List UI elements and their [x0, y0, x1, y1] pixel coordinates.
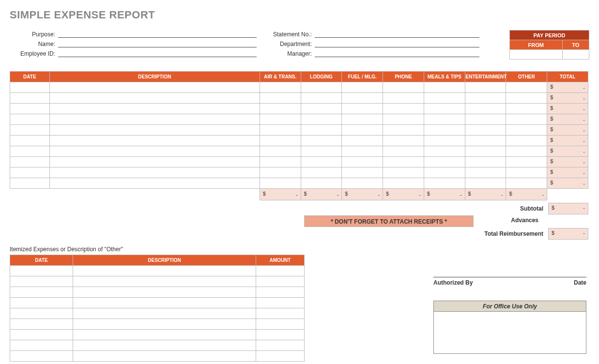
- itemized-cell[interactable]: [10, 319, 73, 330]
- expense-cell[interactable]: [10, 82, 50, 93]
- expense-cell[interactable]: [260, 104, 301, 114]
- expense-cell[interactable]: [301, 82, 342, 93]
- expense-cell[interactable]: [383, 167, 424, 178]
- expense-cell[interactable]: [10, 136, 50, 146]
- manager-input-line[interactable]: [315, 49, 479, 57]
- itemized-cell[interactable]: [10, 298, 73, 308]
- expense-cell[interactable]: [301, 125, 342, 136]
- itemized-cell[interactable]: [10, 308, 73, 319]
- itemized-cell[interactable]: [256, 308, 305, 319]
- expense-cell[interactable]: [465, 136, 506, 146]
- expense-cell[interactable]: [260, 125, 301, 136]
- expense-cell[interactable]: [10, 157, 50, 167]
- itemized-cell[interactable]: [73, 276, 256, 287]
- expense-cell[interactable]: [465, 104, 506, 114]
- expense-cell[interactable]: [342, 114, 383, 125]
- itemized-cell[interactable]: [256, 298, 305, 308]
- expense-cell[interactable]: [49, 178, 260, 189]
- itemized-cell[interactable]: [10, 287, 73, 298]
- expense-cell[interactable]: [49, 82, 260, 93]
- expense-cell[interactable]: [301, 104, 342, 114]
- pay-period-to-value[interactable]: [562, 50, 589, 60]
- expense-cell[interactable]: [10, 93, 50, 104]
- itemized-cell[interactable]: [73, 340, 256, 351]
- expense-cell[interactable]: [383, 125, 424, 136]
- expense-cell[interactable]: [383, 157, 424, 167]
- expense-cell[interactable]: [342, 136, 383, 146]
- expense-cell[interactable]: [10, 146, 50, 157]
- itemized-cell[interactable]: [256, 319, 305, 330]
- expense-cell[interactable]: [506, 93, 547, 104]
- expense-cell[interactable]: [506, 125, 547, 136]
- expense-cell[interactable]: [49, 146, 260, 157]
- expense-cell[interactable]: [260, 82, 301, 93]
- itemized-cell[interactable]: [73, 330, 256, 340]
- expense-cell[interactable]: [424, 114, 465, 125]
- expense-cell[interactable]: [10, 104, 50, 114]
- expense-cell[interactable]: [465, 146, 506, 157]
- expense-cell[interactable]: [506, 114, 547, 125]
- expense-cell[interactable]: [506, 157, 547, 167]
- expense-cell[interactable]: [424, 93, 465, 104]
- statement-no-input-line[interactable]: [315, 30, 479, 38]
- expense-cell[interactable]: [506, 167, 547, 178]
- expense-cell[interactable]: [424, 167, 465, 178]
- purpose-input-line[interactable]: [58, 30, 257, 38]
- expense-cell[interactable]: [342, 178, 383, 189]
- itemized-cell[interactable]: [256, 340, 305, 351]
- expense-cell[interactable]: [506, 82, 547, 93]
- expense-cell[interactable]: [10, 167, 50, 178]
- expense-cell[interactable]: [260, 178, 301, 189]
- expense-cell[interactable]: [49, 104, 260, 114]
- itemized-cell[interactable]: [256, 330, 305, 340]
- expense-cell[interactable]: [301, 114, 342, 125]
- itemized-cell[interactable]: [256, 351, 305, 362]
- expense-cell[interactable]: [260, 114, 301, 125]
- expense-cell[interactable]: [424, 125, 465, 136]
- expense-cell[interactable]: [383, 93, 424, 104]
- expense-cell[interactable]: [342, 104, 383, 114]
- expense-cell[interactable]: [260, 146, 301, 157]
- expense-cell[interactable]: [10, 125, 50, 136]
- expense-cell[interactable]: [301, 93, 342, 104]
- expense-cell[interactable]: [424, 178, 465, 189]
- expense-cell[interactable]: [342, 82, 383, 93]
- expense-cell[interactable]: [465, 125, 506, 136]
- expense-cell[interactable]: [424, 157, 465, 167]
- expense-cell[interactable]: [342, 157, 383, 167]
- expense-cell[interactable]: [49, 157, 260, 167]
- expense-cell[interactable]: [506, 146, 547, 157]
- expense-cell[interactable]: [342, 93, 383, 104]
- expense-cell[interactable]: [49, 125, 260, 136]
- employee-id-input-line[interactable]: [58, 49, 257, 57]
- itemized-cell[interactable]: [73, 266, 256, 276]
- expense-cell[interactable]: [49, 136, 260, 146]
- itemized-cell[interactable]: [10, 266, 73, 276]
- expense-cell[interactable]: [260, 157, 301, 167]
- expense-cell[interactable]: [342, 167, 383, 178]
- itemized-cell[interactable]: [73, 287, 256, 298]
- expense-cell[interactable]: [465, 114, 506, 125]
- expense-cell[interactable]: [301, 136, 342, 146]
- expense-cell[interactable]: [465, 178, 506, 189]
- pay-period-from-value[interactable]: [510, 50, 563, 60]
- expense-cell[interactable]: [424, 146, 465, 157]
- expense-cell[interactable]: [506, 178, 547, 189]
- expense-cell[interactable]: [383, 82, 424, 93]
- itemized-cell[interactable]: [10, 330, 73, 340]
- expense-cell[interactable]: [301, 178, 342, 189]
- expense-cell[interactable]: [465, 167, 506, 178]
- expense-cell[interactable]: [506, 136, 547, 146]
- expense-cell[interactable]: [506, 104, 547, 114]
- itemized-cell[interactable]: [10, 340, 73, 351]
- itemized-cell[interactable]: [73, 298, 256, 308]
- name-input-line[interactable]: [58, 40, 257, 47]
- expense-cell[interactable]: [301, 157, 342, 167]
- department-input-line[interactable]: [315, 40, 479, 47]
- expense-cell[interactable]: [383, 136, 424, 146]
- expense-cell[interactable]: [10, 114, 50, 125]
- expense-cell[interactable]: [301, 167, 342, 178]
- expense-cell[interactable]: [424, 136, 465, 146]
- expense-cell[interactable]: [260, 136, 301, 146]
- expense-cell[interactable]: [424, 82, 465, 93]
